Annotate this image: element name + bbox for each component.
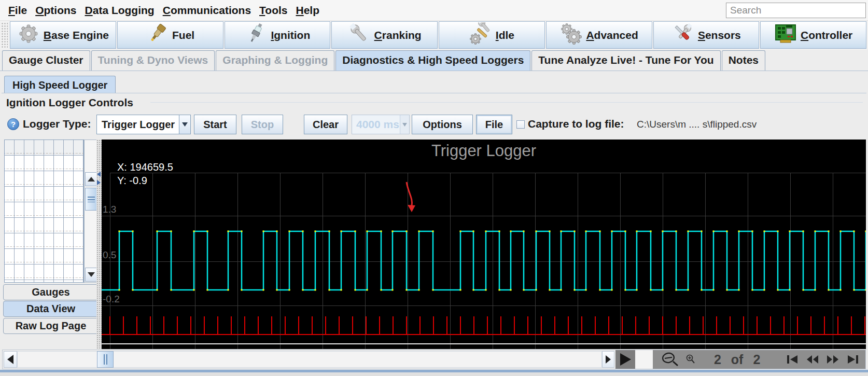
spinner-arrow-icon[interactable] xyxy=(400,115,409,134)
last-page-button[interactable] xyxy=(847,355,859,364)
grid-cell[interactable]: .. .. .. .. xyxy=(44,202,54,218)
grid-cell[interactable]: .. .. .. .. xyxy=(74,233,83,249)
scroll-right-button[interactable] xyxy=(602,351,614,368)
grid-cell[interactable]: .. .. .. .. xyxy=(54,218,64,233)
grid-cell[interactable]: .. .. .. .. xyxy=(74,171,83,187)
grid-cell[interactable]: .. .. .. .. xyxy=(15,187,24,202)
grid-cell[interactable]: .. .. .. .. xyxy=(34,202,44,218)
grid-cell[interactable]: .. .. .. .. xyxy=(44,233,54,249)
scroll-thumb[interactable] xyxy=(85,188,97,211)
toolbar-drag-handle[interactable] xyxy=(1,22,8,48)
tab-tuning-dyno-views[interactable]: Tuning & Dyno Views xyxy=(91,50,215,71)
grid-cell[interactable]: .. .. .. .. xyxy=(64,156,74,171)
grid-cell[interactable]: .. .. .. .. xyxy=(64,171,74,187)
grid-cell[interactable]: .. .. .. .. xyxy=(15,156,24,171)
grid-cell[interactable]: .. .. .. .. xyxy=(5,249,15,264)
grid-cell[interactable]: .. .. .. .. xyxy=(15,218,24,233)
tab-graphing-logging[interactable]: Graphing & Logging xyxy=(216,50,334,71)
toolbar-button-controller[interactable]: Controller xyxy=(760,21,866,49)
trigger-logger-chart[interactable]: Trigger Logger X: 194659.5 Y: -0.9 1.30.… xyxy=(102,140,866,349)
grid-cell[interactable]: .. .. .. .. xyxy=(64,202,74,218)
grid-cell[interactable]: .. .. .. .. xyxy=(54,187,64,202)
interval-spinner[interactable]: 4000 ms xyxy=(352,115,410,134)
scrollbar-thumb[interactable] xyxy=(97,351,114,368)
collapse-left-icon[interactable] xyxy=(97,172,101,177)
zoom-in-icon[interactable] xyxy=(685,354,696,365)
grid-cell[interactable]: .. .. .. .. xyxy=(54,249,64,264)
grid-cell[interactable]: .. .. .. .. xyxy=(44,280,54,283)
tab-diagnostics-high-speed-loggers[interactable]: Diagnostics & High Speed Loggers xyxy=(335,50,530,71)
grid-cell[interactable]: .. .. .. .. xyxy=(5,218,15,233)
toolbar-button-sensors[interactable]: Sensors xyxy=(653,21,760,49)
scroll-up-button[interactable] xyxy=(85,172,97,186)
menu-item-file[interactable]: File xyxy=(4,4,31,17)
grid-cell[interactable]: .. .. .. .. xyxy=(44,264,54,280)
grid-cell[interactable]: .. .. .. .. xyxy=(34,249,44,264)
capture-checkbox[interactable] xyxy=(516,120,525,129)
grid-cell[interactable]: .. .. .. .. xyxy=(74,187,83,202)
grid-cell[interactable]: .. .. .. .. xyxy=(44,171,54,187)
grid-cell[interactable]: .. .. .. .. xyxy=(74,156,83,171)
grid-cell[interactable]: .. .. .. .. xyxy=(15,202,24,218)
menu-item-data-logging[interactable]: Data Logging xyxy=(81,4,159,17)
menu-item-communications[interactable]: Communications xyxy=(159,4,255,17)
grid-cell[interactable]: .. .. .. .. xyxy=(24,140,34,156)
grid-cell[interactable]: .. .. .. .. xyxy=(34,187,44,202)
search-input[interactable] xyxy=(726,3,866,18)
grid-cell[interactable]: .. .. .. .. xyxy=(54,264,64,280)
toolbar-button-fuel[interactable]: Fuel xyxy=(117,21,223,49)
options-button[interactable]: Options xyxy=(412,115,473,134)
logger-type-select[interactable]: Trigger Logger xyxy=(96,115,191,134)
menu-item-help[interactable]: Help xyxy=(292,4,324,17)
help-icon[interactable]: ? xyxy=(7,118,19,130)
horizontal-scrollbar[interactable]: 2 of 2 xyxy=(2,350,866,369)
menu-item-options[interactable]: Options xyxy=(31,4,80,17)
toolbar-button-advanced[interactable]: Advanced xyxy=(546,21,652,49)
clear-button[interactable]: Clear xyxy=(304,115,347,134)
file-button[interactable]: File xyxy=(476,115,512,134)
grid-cell[interactable]: .. .. .. .. xyxy=(74,249,83,264)
grid-cell[interactable]: .. .. .. .. xyxy=(64,140,74,156)
collapse-right-icon[interactable] xyxy=(97,180,101,185)
zoom-out-icon[interactable] xyxy=(660,351,681,368)
grid-cell[interactable]: .. .. .. .. xyxy=(24,156,34,171)
grid-cell[interactable]: .. .. .. .. xyxy=(24,171,34,187)
grid-cell[interactable]: .. .. .. .. xyxy=(24,218,34,233)
grid-cell[interactable]: .. .. .. .. xyxy=(64,264,74,280)
grid-cell[interactable]: .. .. .. .. xyxy=(74,202,83,218)
grid-cell[interactable]: .. .. .. .. xyxy=(34,218,44,233)
grid-cell[interactable]: .. .. .. .. xyxy=(74,218,83,233)
first-page-button[interactable] xyxy=(786,355,799,364)
grid-cell[interactable]: .. .. .. .. xyxy=(24,249,34,264)
menu-item-tools[interactable]: Tools xyxy=(255,4,291,17)
start-button[interactable]: Start xyxy=(194,115,236,134)
grid-cell[interactable]: .. .. .. .. xyxy=(64,233,74,249)
next-page-button[interactable] xyxy=(827,355,839,364)
grid-cell[interactable]: .. .. .. .. xyxy=(15,264,24,280)
scroll-down-button[interactable] xyxy=(85,268,97,282)
data-view-grid[interactable]: .. .. .. .... .. .. .... .. .. .... .. .… xyxy=(4,140,84,283)
stop-button[interactable]: Stop xyxy=(242,115,283,134)
tab-high-speed-logger[interactable]: High Speed Logger xyxy=(4,76,116,93)
grid-cell[interactable]: .. .. .. .. xyxy=(64,187,74,202)
grid-cell[interactable]: .. .. .. .. xyxy=(44,249,54,264)
grid-cell[interactable]: .. .. .. .. xyxy=(24,264,34,280)
split-pane-divider[interactable] xyxy=(96,140,102,349)
grid-cell[interactable]: .. .. .. .. xyxy=(34,156,44,171)
grid-cell[interactable]: .. .. .. .. xyxy=(15,249,24,264)
grid-cell[interactable]: .. .. .. .. xyxy=(24,187,34,202)
grid-cell[interactable]: .. .. .. .. xyxy=(44,218,54,233)
grid-cell[interactable]: .. .. .. .. xyxy=(34,233,44,249)
grid-cell[interactable]: .. .. .. .. xyxy=(44,187,54,202)
grid-cell[interactable]: .. .. .. .. xyxy=(74,280,83,283)
view-tab-data-view[interactable]: Data View xyxy=(3,301,99,317)
grid-cell[interactable]: .. .. .. .. xyxy=(5,187,15,202)
grid-cell[interactable]: .. .. .. .. xyxy=(15,140,24,156)
chevron-down-icon[interactable] xyxy=(179,115,190,134)
grid-cell[interactable]: .. .. .. .. xyxy=(54,171,64,187)
grid-cell[interactable]: .. .. .. .. xyxy=(54,202,64,218)
toolbar-button-ignition[interactable]: Ignition xyxy=(225,21,331,49)
grid-cell[interactable]: .. .. .. .. xyxy=(64,218,74,233)
grid-cell[interactable]: .. .. .. .. xyxy=(44,140,54,156)
grid-cell[interactable]: .. .. .. .. xyxy=(15,233,24,249)
